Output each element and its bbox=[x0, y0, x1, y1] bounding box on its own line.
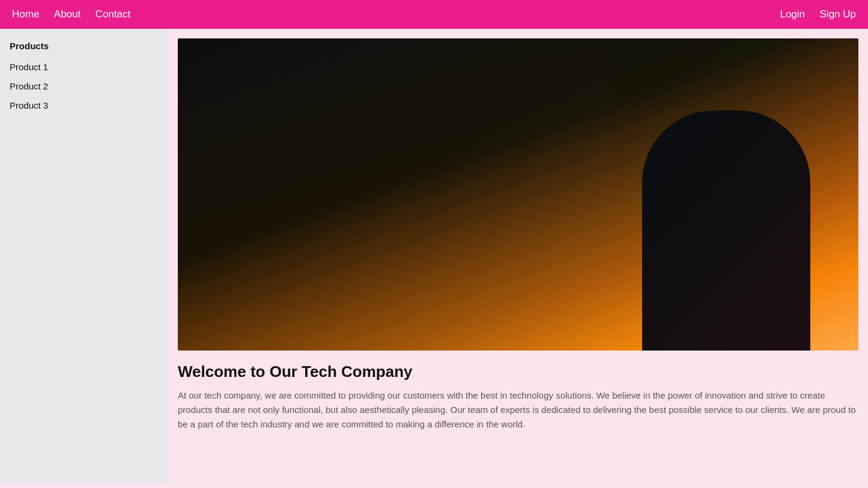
main-header: Home About Contact Login Sign Up bbox=[0, 0, 868, 29]
hero-image bbox=[178, 38, 858, 351]
page-title: Welcome to Our Tech Company bbox=[178, 363, 858, 381]
list-item: Product 2 bbox=[10, 81, 159, 92]
nav-signup[interactable]: Sign Up bbox=[820, 8, 856, 20]
sidebar-title: Products bbox=[10, 41, 159, 51]
nav-left: Home About Contact bbox=[12, 8, 142, 20]
list-item: Product 1 bbox=[10, 62, 159, 73]
sidebar-items-list: Product 1 Product 2 Product 3 bbox=[10, 62, 159, 111]
list-item: Product 3 bbox=[10, 100, 159, 111]
page-layout: Products Product 1 Product 2 Product 3 W… bbox=[0, 29, 868, 483]
page-body: At our tech company, we are committed to… bbox=[178, 388, 858, 432]
sidebar-item-product2[interactable]: Product 2 bbox=[10, 81, 48, 91]
sidebar-item-product1[interactable]: Product 1 bbox=[10, 62, 48, 72]
sidebar-item-product3[interactable]: Product 3 bbox=[10, 100, 48, 110]
nav-home[interactable]: Home bbox=[12, 8, 39, 20]
nav-right: Login Sign Up bbox=[768, 8, 856, 20]
nav-login[interactable]: Login bbox=[780, 8, 805, 20]
main-content: Welcome to Our Tech Company At our tech … bbox=[168, 29, 868, 483]
nav-about[interactable]: About bbox=[54, 8, 80, 20]
nav-contact[interactable]: Contact bbox=[96, 8, 131, 20]
hero-image-overlay bbox=[178, 38, 858, 351]
sidebar: Products Product 1 Product 2 Product 3 bbox=[0, 29, 168, 483]
